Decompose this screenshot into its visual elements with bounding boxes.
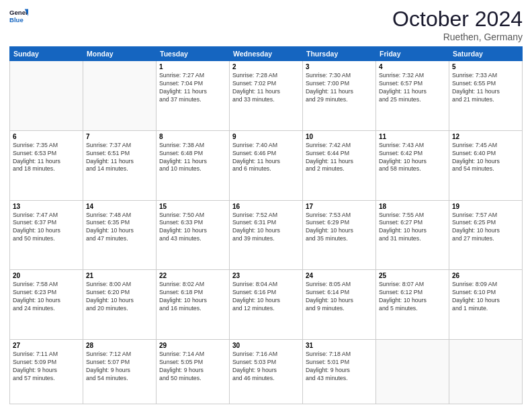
day-info: Sunrise: 7:18 AMSunset: 5:01 PMDaylight:… bbox=[306, 351, 373, 383]
day-number: 29 bbox=[159, 342, 226, 349]
day-number: 26 bbox=[452, 272, 519, 279]
day-number: 5 bbox=[452, 63, 519, 71]
day-number: 3 bbox=[306, 63, 373, 71]
table-row: 6Sunrise: 7:35 AMSunset: 6:53 PMDaylight… bbox=[10, 130, 83, 200]
day-info: Sunrise: 7:14 AMSunset: 5:05 PMDaylight:… bbox=[159, 351, 226, 383]
table-row: 12Sunrise: 7:45 AMSunset: 6:40 PMDayligh… bbox=[449, 130, 523, 200]
table-row: 29Sunrise: 7:14 AMSunset: 5:05 PMDayligh… bbox=[157, 340, 230, 404]
day-info: Sunrise: 7:28 AMSunset: 7:02 PMDaylight:… bbox=[232, 72, 300, 104]
col-friday: Friday bbox=[376, 47, 449, 61]
table-row: 24Sunrise: 8:05 AMSunset: 6:14 PMDayligh… bbox=[303, 270, 376, 340]
day-info: Sunrise: 7:58 AMSunset: 6:23 PMDaylight:… bbox=[13, 281, 80, 313]
day-info: Sunrise: 7:55 AMSunset: 6:27 PMDaylight:… bbox=[379, 212, 446, 244]
page: General Blue October 2024 Ruethen, Germa… bbox=[0, 0, 532, 411]
logo-icon: General Blue bbox=[9, 7, 28, 26]
day-number: 18 bbox=[379, 203, 446, 210]
day-number: 25 bbox=[379, 272, 446, 279]
day-info: Sunrise: 7:33 AMSunset: 6:55 PMDaylight:… bbox=[452, 72, 519, 104]
table-row: 2Sunrise: 7:28 AMSunset: 7:02 PMDaylight… bbox=[230, 61, 303, 131]
table-row: 23Sunrise: 8:04 AMSunset: 6:16 PMDayligh… bbox=[230, 270, 303, 340]
table-row bbox=[376, 340, 449, 404]
day-number: 20 bbox=[13, 272, 80, 279]
table-row: 15Sunrise: 7:50 AMSunset: 6:33 PMDayligh… bbox=[157, 200, 230, 270]
day-number: 27 bbox=[13, 342, 80, 349]
day-number: 12 bbox=[452, 133, 519, 140]
table-row: 5Sunrise: 7:33 AMSunset: 6:55 PMDaylight… bbox=[449, 61, 523, 131]
title-location: Ruethen, Germany bbox=[392, 32, 523, 42]
table-row: 8Sunrise: 7:38 AMSunset: 6:48 PMDaylight… bbox=[157, 130, 230, 200]
day-info: Sunrise: 7:16 AMSunset: 5:03 PMDaylight:… bbox=[232, 351, 300, 383]
table-row: 22Sunrise: 8:02 AMSunset: 6:18 PMDayligh… bbox=[157, 270, 230, 340]
day-number: 22 bbox=[159, 272, 226, 279]
day-info: Sunrise: 7:32 AMSunset: 6:57 PMDaylight:… bbox=[379, 72, 446, 104]
table-row: 25Sunrise: 8:07 AMSunset: 6:12 PMDayligh… bbox=[376, 270, 449, 340]
table-row: 27Sunrise: 7:11 AMSunset: 5:09 PMDayligh… bbox=[10, 340, 83, 404]
day-info: Sunrise: 7:52 AMSunset: 6:31 PMDaylight:… bbox=[232, 212, 300, 244]
day-number: 19 bbox=[452, 203, 519, 210]
col-thursday: Thursday bbox=[303, 47, 376, 61]
table-row: 3Sunrise: 7:30 AMSunset: 7:00 PMDaylight… bbox=[303, 61, 376, 131]
table-row: 18Sunrise: 7:55 AMSunset: 6:27 PMDayligh… bbox=[376, 200, 449, 270]
day-number: 23 bbox=[232, 272, 300, 279]
table-row: 17Sunrise: 7:53 AMSunset: 6:29 PMDayligh… bbox=[303, 200, 376, 270]
day-info: Sunrise: 8:04 AMSunset: 6:16 PMDaylight:… bbox=[232, 281, 300, 313]
col-saturday: Saturday bbox=[449, 47, 523, 61]
table-row: 9Sunrise: 7:40 AMSunset: 6:46 PMDaylight… bbox=[230, 130, 303, 200]
table-row: 7Sunrise: 7:37 AMSunset: 6:51 PMDaylight… bbox=[83, 130, 157, 200]
day-number: 9 bbox=[232, 133, 300, 140]
col-tuesday: Tuesday bbox=[157, 47, 230, 61]
day-number: 21 bbox=[86, 272, 153, 279]
day-number: 1 bbox=[159, 63, 226, 71]
day-info: Sunrise: 7:12 AMSunset: 5:07 PMDaylight:… bbox=[86, 351, 153, 383]
day-number: 15 bbox=[159, 203, 226, 210]
table-row: 16Sunrise: 7:52 AMSunset: 6:31 PMDayligh… bbox=[230, 200, 303, 270]
day-info: Sunrise: 7:53 AMSunset: 6:29 PMDaylight:… bbox=[306, 212, 373, 244]
table-row: 26Sunrise: 8:09 AMSunset: 6:10 PMDayligh… bbox=[449, 270, 523, 340]
day-number: 11 bbox=[379, 133, 446, 140]
table-row: 4Sunrise: 7:32 AMSunset: 6:57 PMDaylight… bbox=[376, 61, 449, 131]
table-row: 31Sunrise: 7:18 AMSunset: 5:01 PMDayligh… bbox=[303, 340, 376, 404]
svg-text:Blue: Blue bbox=[9, 16, 24, 24]
col-monday: Monday bbox=[83, 47, 157, 61]
table-row: 13Sunrise: 7:47 AMSunset: 6:37 PMDayligh… bbox=[10, 200, 83, 270]
day-info: Sunrise: 7:35 AMSunset: 6:53 PMDaylight:… bbox=[13, 142, 80, 174]
day-number: 24 bbox=[306, 272, 373, 279]
day-info: Sunrise: 7:38 AMSunset: 6:48 PMDaylight:… bbox=[159, 142, 226, 174]
day-info: Sunrise: 8:09 AMSunset: 6:10 PMDaylight:… bbox=[452, 281, 519, 313]
day-info: Sunrise: 7:37 AMSunset: 6:51 PMDaylight:… bbox=[86, 142, 153, 174]
day-number: 4 bbox=[379, 63, 446, 71]
table-row: 10Sunrise: 7:42 AMSunset: 6:44 PMDayligh… bbox=[303, 130, 376, 200]
table-row bbox=[83, 61, 157, 131]
calendar-header-row: Sunday Monday Tuesday Wednesday Thursday… bbox=[10, 47, 523, 61]
day-info: Sunrise: 7:45 AMSunset: 6:40 PMDaylight:… bbox=[452, 142, 519, 174]
title-block: October 2024 Ruethen, Germany bbox=[392, 7, 523, 42]
day-info: Sunrise: 7:27 AMSunset: 7:04 PMDaylight:… bbox=[159, 72, 226, 104]
table-row bbox=[449, 340, 523, 404]
table-row: 20Sunrise: 7:58 AMSunset: 6:23 PMDayligh… bbox=[10, 270, 83, 340]
day-number: 17 bbox=[306, 203, 373, 210]
table-row: 21Sunrise: 8:00 AMSunset: 6:20 PMDayligh… bbox=[83, 270, 157, 340]
table-row: 28Sunrise: 7:12 AMSunset: 5:07 PMDayligh… bbox=[83, 340, 157, 404]
table-row: 11Sunrise: 7:43 AMSunset: 6:42 PMDayligh… bbox=[376, 130, 449, 200]
day-number: 10 bbox=[306, 133, 373, 140]
calendar-body: 1Sunrise: 7:27 AMSunset: 7:04 PMDaylight… bbox=[10, 61, 523, 404]
day-number: 16 bbox=[232, 203, 300, 210]
day-info: Sunrise: 8:05 AMSunset: 6:14 PMDaylight:… bbox=[306, 281, 373, 313]
day-number: 14 bbox=[86, 203, 153, 210]
day-info: Sunrise: 7:50 AMSunset: 6:33 PMDaylight:… bbox=[159, 212, 226, 244]
day-number: 7 bbox=[86, 133, 153, 140]
col-sunday: Sunday bbox=[10, 47, 83, 61]
table-row: 30Sunrise: 7:16 AMSunset: 5:03 PMDayligh… bbox=[230, 340, 303, 404]
day-info: Sunrise: 8:00 AMSunset: 6:20 PMDaylight:… bbox=[86, 281, 153, 313]
day-info: Sunrise: 7:47 AMSunset: 6:37 PMDaylight:… bbox=[13, 212, 80, 244]
logo: General Blue bbox=[9, 7, 28, 26]
day-info: Sunrise: 7:42 AMSunset: 6:44 PMDaylight:… bbox=[306, 142, 373, 174]
header: General Blue October 2024 Ruethen, Germa… bbox=[9, 7, 523, 42]
day-number: 30 bbox=[232, 342, 300, 349]
day-info: Sunrise: 8:02 AMSunset: 6:18 PMDaylight:… bbox=[159, 281, 226, 313]
day-number: 8 bbox=[159, 133, 226, 140]
calendar-table: Sunday Monday Tuesday Wednesday Thursday… bbox=[9, 46, 523, 404]
day-number: 13 bbox=[13, 203, 80, 210]
title-month: October 2024 bbox=[392, 7, 523, 32]
table-row: 14Sunrise: 7:48 AMSunset: 6:35 PMDayligh… bbox=[83, 200, 157, 270]
